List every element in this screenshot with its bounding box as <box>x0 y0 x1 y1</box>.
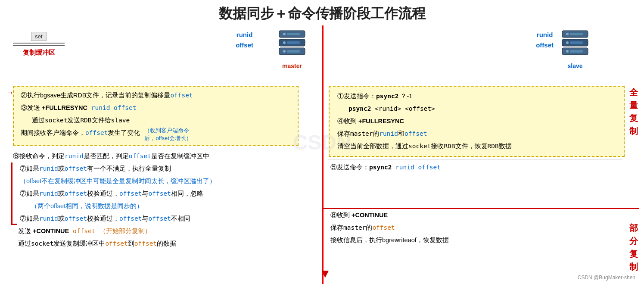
right-full-line6: 清空当前全部数据，通过socket接收RDB文件，恢复RDB数据 <box>336 140 618 153</box>
svg-rect-14 <box>570 41 583 44</box>
right-partial-line5: ⑤发送命令：psync2 runid offset <box>329 161 622 174</box>
content-columns: set 复制缓冲区 runid offset <box>0 25 644 284</box>
set-badge: set <box>31 32 46 41</box>
master-offset-label: offset <box>236 40 253 50</box>
master-label: master <box>275 62 309 69</box>
main-container: 数据同步＋命令传播阶段工作流程 CSDN set 复制缓冲区 <box>0 0 644 284</box>
slave-offset-label: offset <box>536 40 554 50</box>
full-repl-label: 全 量 复 制 <box>625 86 642 137</box>
right-partial-line8: ⑧收到 +CONTINUE <box>329 209 617 222</box>
left-partial-line7a-note: （offset不在复制缓冲区中可能是全量复制时间太长，缓冲区溢出了） <box>18 175 317 187</box>
right-full-line1: ①发送指令：psync2 ？-1 <box>336 90 618 103</box>
footer: CSDN @BugMaker-shen <box>578 275 635 281</box>
left-content: → ②执行bgsave生成RDB文件，记录当前的复制偏移量offset ③发送 … <box>0 86 322 284</box>
svg-point-1 <box>283 33 286 35</box>
right-partial-line9: 保存master的offset <box>329 222 617 234</box>
slave-server-area: slave <box>558 30 592 69</box>
page-title: 数据同步＋命令传播阶段工作流程 <box>0 0 644 25</box>
right-header: slave runid offset <box>324 25 644 86</box>
left-header: set 复制缓冲区 runid offset <box>0 25 322 88</box>
svg-rect-5 <box>287 41 300 44</box>
master-server-icon <box>275 30 309 60</box>
slave-label: slave <box>558 62 592 69</box>
partial-repl-right-section: ⑤发送命令：psync2 runid offset <box>324 161 644 174</box>
full-repl-left-section: → ②执行bgsave生成RDB文件，记录当前的复制偏移量offset ③发送 … <box>0 86 322 146</box>
repl-line-2 <box>13 45 65 46</box>
left-partial-line7c: ⑦如果runid或offset校验通过，offset与offset不相同 <box>18 212 317 225</box>
left-full-line3: 通过socket发送RDB文件给slave <box>19 114 292 127</box>
svg-point-7 <box>283 50 286 53</box>
svg-rect-11 <box>570 33 583 35</box>
svg-rect-2 <box>287 33 300 35</box>
left-full-line4: 期间接收客户端命令，offset发生了变化 （收到客户端命令后，offset会增… <box>19 127 292 142</box>
repl-line-1 <box>13 43 65 44</box>
svg-rect-17 <box>570 50 583 53</box>
slave-runid-label: runid <box>537 30 553 40</box>
down-arrow-icon: ▼ <box>319 267 331 281</box>
left-partial-line7b: ⑦如果runid或offset校验通过，offset与offset相同，忽略 <box>18 187 317 200</box>
svg-rect-8 <box>287 50 300 53</box>
left-partial-line7a: ⑦如果runid或offset有一个不满足，执行全量复制 <box>18 162 317 175</box>
spacer <box>324 174 644 208</box>
right-arrow: → <box>6 88 14 97</box>
master-runid-label: runid <box>236 30 253 40</box>
left-send-socket: 通过socket发送复制缓冲区中offset到offset的数据 <box>5 237 317 250</box>
master-info: runid offset <box>236 30 253 50</box>
master-server-area: master <box>275 30 309 69</box>
left-send-continue: 发送 +CONTINUE offset（开始部分复制） <box>5 225 317 237</box>
left-full-line1: ②执行bgsave生成RDB文件，记录当前的复制偏移量offset <box>19 89 292 102</box>
right-partial-line10: 接收信息后，执行bgrewriteaof，恢复数据 <box>329 234 617 247</box>
right-content: ①发送指令：psync2 ？-1 psync2 <runid> <offset>… <box>324 86 644 284</box>
repl-buffer-label: 复制缓冲区 <box>23 49 55 57</box>
red-bracket-line <box>11 162 12 225</box>
right-column: slave runid offset ①发送指令：psync2 ？-1 <box>324 25 644 284</box>
left-full-line2: ③发送 +FULLRESYNC runid offset <box>19 102 292 114</box>
full-repl-yellow-box: ②执行bgsave生成RDB文件，记录当前的复制偏移量offset ③发送 +F… <box>13 86 299 146</box>
svg-point-13 <box>566 41 569 44</box>
left-full-note: （收到客户端命令后，offset会增长） <box>144 127 192 142</box>
full-repl-right-section: ①发送指令：psync2 ？-1 psync2 <runid> <offset>… <box>329 86 625 157</box>
right-full-line2: psync2 <runid> <offset> <box>336 103 618 115</box>
svg-point-4 <box>283 41 286 44</box>
repl-lines <box>13 43 65 46</box>
partial-repl-label: 部 分 复 制 <box>625 222 642 273</box>
vertical-divider <box>322 25 324 284</box>
left-partial-line7b-note: （两个offset相同，说明数据是同步的） <box>18 200 317 212</box>
left-column: set 复制缓冲区 runid offset <box>0 25 322 284</box>
slave-server-icon <box>558 30 592 60</box>
partial-right-bottom: ⑧收到 +CONTINUE 保存master的offset 接收信息后，执行bg… <box>324 208 639 247</box>
left-partial-line6: ⑥接收命令，判定runid是否匹配，判定offset是否在复制缓冲区中 <box>5 150 317 162</box>
section-divider-1 <box>4 148 318 148</box>
right-full-line5: 保存master的runid和offset <box>336 128 618 140</box>
slave-info: runid offset <box>536 30 554 50</box>
partial-repl-left-section: ⑥接收命令，判定runid是否匹配，判定offset是否在复制缓冲区中 ⑦如果r… <box>0 150 322 250</box>
bracket-section: ⑦如果runid或offset有一个不满足，执行全量复制 （offset不在复制… <box>5 162 317 225</box>
repl-buffer-area: set 复制缓冲区 <box>13 32 65 57</box>
section-divider-right <box>328 159 622 159</box>
svg-point-16 <box>566 50 569 53</box>
svg-point-10 <box>566 33 569 35</box>
right-full-line4: ④收到 +FULLRESYNC <box>336 115 618 128</box>
